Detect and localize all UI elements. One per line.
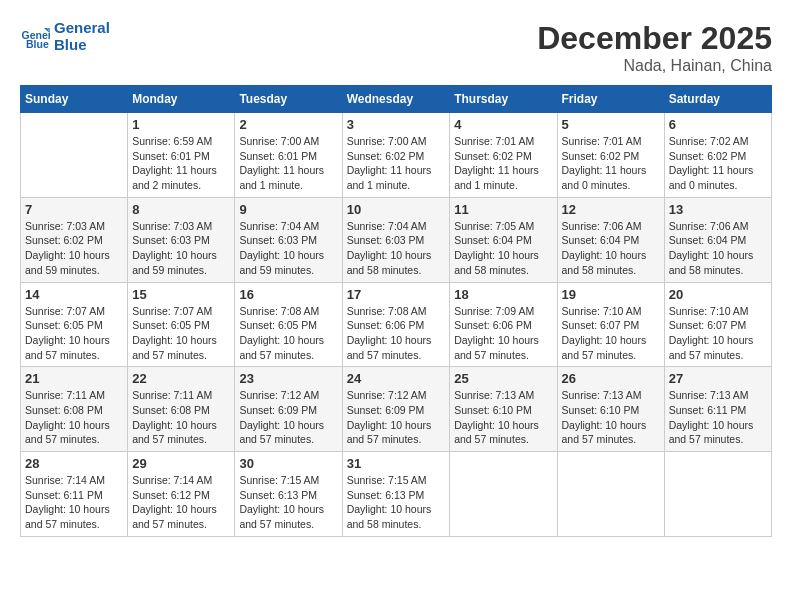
day-number: 30 [239,456,337,471]
calendar-cell: 20Sunrise: 7:10 AM Sunset: 6:07 PM Dayli… [664,282,771,367]
calendar-cell: 17Sunrise: 7:08 AM Sunset: 6:06 PM Dayli… [342,282,450,367]
day-info: Sunrise: 7:13 AM Sunset: 6:11 PM Dayligh… [669,388,767,447]
day-number: 7 [25,202,123,217]
calendar-cell: 10Sunrise: 7:04 AM Sunset: 6:03 PM Dayli… [342,197,450,282]
day-number: 26 [562,371,660,386]
calendar-cell: 21Sunrise: 7:11 AM Sunset: 6:08 PM Dayli… [21,367,128,452]
day-info: Sunrise: 7:07 AM Sunset: 6:05 PM Dayligh… [25,304,123,363]
calendar-cell [664,452,771,537]
day-number: 11 [454,202,552,217]
day-info: Sunrise: 7:15 AM Sunset: 6:13 PM Dayligh… [239,473,337,532]
day-info: Sunrise: 7:12 AM Sunset: 6:09 PM Dayligh… [239,388,337,447]
day-info: Sunrise: 7:03 AM Sunset: 6:02 PM Dayligh… [25,219,123,278]
day-number: 27 [669,371,767,386]
day-number: 28 [25,456,123,471]
calendar-cell: 26Sunrise: 7:13 AM Sunset: 6:10 PM Dayli… [557,367,664,452]
calendar-cell: 14Sunrise: 7:07 AM Sunset: 6:05 PM Dayli… [21,282,128,367]
logo-line1: General [54,20,110,37]
day-number: 22 [132,371,230,386]
column-header-friday: Friday [557,86,664,113]
day-info: Sunrise: 7:11 AM Sunset: 6:08 PM Dayligh… [25,388,123,447]
calendar-cell: 29Sunrise: 7:14 AM Sunset: 6:12 PM Dayli… [128,452,235,537]
calendar-cell: 12Sunrise: 7:06 AM Sunset: 6:04 PM Dayli… [557,197,664,282]
day-number: 13 [669,202,767,217]
header: General Blue General Blue December 2025 … [20,20,772,75]
day-info: Sunrise: 7:00 AM Sunset: 6:02 PM Dayligh… [347,134,446,193]
calendar-cell: 23Sunrise: 7:12 AM Sunset: 6:09 PM Dayli… [235,367,342,452]
column-header-sunday: Sunday [21,86,128,113]
day-info: Sunrise: 7:14 AM Sunset: 6:12 PM Dayligh… [132,473,230,532]
day-info: Sunrise: 7:06 AM Sunset: 6:04 PM Dayligh… [562,219,660,278]
day-number: 31 [347,456,446,471]
day-info: Sunrise: 6:59 AM Sunset: 6:01 PM Dayligh… [132,134,230,193]
day-number: 15 [132,287,230,302]
calendar-cell: 8Sunrise: 7:03 AM Sunset: 6:03 PM Daylig… [128,197,235,282]
day-info: Sunrise: 7:08 AM Sunset: 6:05 PM Dayligh… [239,304,337,363]
column-header-saturday: Saturday [664,86,771,113]
calendar-cell: 6Sunrise: 7:02 AM Sunset: 6:02 PM Daylig… [664,113,771,198]
calendar-cell: 31Sunrise: 7:15 AM Sunset: 6:13 PM Dayli… [342,452,450,537]
day-info: Sunrise: 7:08 AM Sunset: 6:06 PM Dayligh… [347,304,446,363]
column-header-wednesday: Wednesday [342,86,450,113]
calendar-cell: 28Sunrise: 7:14 AM Sunset: 6:11 PM Dayli… [21,452,128,537]
column-header-monday: Monday [128,86,235,113]
day-number: 5 [562,117,660,132]
calendar-cell [450,452,557,537]
logo: General Blue General Blue [20,20,110,53]
day-number: 14 [25,287,123,302]
logo-icon: General Blue [20,22,50,52]
day-number: 6 [669,117,767,132]
calendar-cell: 7Sunrise: 7:03 AM Sunset: 6:02 PM Daylig… [21,197,128,282]
calendar-cell: 22Sunrise: 7:11 AM Sunset: 6:08 PM Dayli… [128,367,235,452]
calendar-cell: 13Sunrise: 7:06 AM Sunset: 6:04 PM Dayli… [664,197,771,282]
day-number: 9 [239,202,337,217]
calendar-cell: 18Sunrise: 7:09 AM Sunset: 6:06 PM Dayli… [450,282,557,367]
calendar-cell: 5Sunrise: 7:01 AM Sunset: 6:02 PM Daylig… [557,113,664,198]
svg-text:Blue: Blue [26,38,49,50]
week-row-3: 14Sunrise: 7:07 AM Sunset: 6:05 PM Dayli… [21,282,772,367]
day-info: Sunrise: 7:01 AM Sunset: 6:02 PM Dayligh… [562,134,660,193]
day-info: Sunrise: 7:13 AM Sunset: 6:10 PM Dayligh… [454,388,552,447]
week-row-2: 7Sunrise: 7:03 AM Sunset: 6:02 PM Daylig… [21,197,772,282]
calendar-cell: 4Sunrise: 7:01 AM Sunset: 6:02 PM Daylig… [450,113,557,198]
day-info: Sunrise: 7:10 AM Sunset: 6:07 PM Dayligh… [669,304,767,363]
day-info: Sunrise: 7:03 AM Sunset: 6:03 PM Dayligh… [132,219,230,278]
calendar-cell [21,113,128,198]
day-number: 25 [454,371,552,386]
day-number: 2 [239,117,337,132]
calendar-cell: 24Sunrise: 7:12 AM Sunset: 6:09 PM Dayli… [342,367,450,452]
day-number: 18 [454,287,552,302]
calendar-cell: 19Sunrise: 7:10 AM Sunset: 6:07 PM Dayli… [557,282,664,367]
calendar-cell: 3Sunrise: 7:00 AM Sunset: 6:02 PM Daylig… [342,113,450,198]
day-number: 12 [562,202,660,217]
column-header-tuesday: Tuesday [235,86,342,113]
day-number: 4 [454,117,552,132]
day-info: Sunrise: 7:04 AM Sunset: 6:03 PM Dayligh… [347,219,446,278]
day-info: Sunrise: 7:13 AM Sunset: 6:10 PM Dayligh… [562,388,660,447]
calendar-cell: 11Sunrise: 7:05 AM Sunset: 6:04 PM Dayli… [450,197,557,282]
calendar-cell [557,452,664,537]
column-header-thursday: Thursday [450,86,557,113]
day-info: Sunrise: 7:05 AM Sunset: 6:04 PM Dayligh… [454,219,552,278]
day-number: 19 [562,287,660,302]
day-info: Sunrise: 7:01 AM Sunset: 6:02 PM Dayligh… [454,134,552,193]
week-row-5: 28Sunrise: 7:14 AM Sunset: 6:11 PM Dayli… [21,452,772,537]
month-title: December 2025 [537,20,772,57]
day-number: 23 [239,371,337,386]
day-number: 8 [132,202,230,217]
title-section: December 2025 Nada, Hainan, China [537,20,772,75]
calendar-cell: 25Sunrise: 7:13 AM Sunset: 6:10 PM Dayli… [450,367,557,452]
day-number: 16 [239,287,337,302]
calendar-table: SundayMondayTuesdayWednesdayThursdayFrid… [20,85,772,537]
calendar-cell: 2Sunrise: 7:00 AM Sunset: 6:01 PM Daylig… [235,113,342,198]
week-row-1: 1Sunrise: 6:59 AM Sunset: 6:01 PM Daylig… [21,113,772,198]
day-info: Sunrise: 7:12 AM Sunset: 6:09 PM Dayligh… [347,388,446,447]
day-info: Sunrise: 7:02 AM Sunset: 6:02 PM Dayligh… [669,134,767,193]
calendar-cell: 9Sunrise: 7:04 AM Sunset: 6:03 PM Daylig… [235,197,342,282]
location-title: Nada, Hainan, China [537,57,772,75]
day-number: 1 [132,117,230,132]
day-info: Sunrise: 7:09 AM Sunset: 6:06 PM Dayligh… [454,304,552,363]
logo-line2: Blue [54,37,110,54]
day-info: Sunrise: 7:14 AM Sunset: 6:11 PM Dayligh… [25,473,123,532]
day-info: Sunrise: 7:10 AM Sunset: 6:07 PM Dayligh… [562,304,660,363]
